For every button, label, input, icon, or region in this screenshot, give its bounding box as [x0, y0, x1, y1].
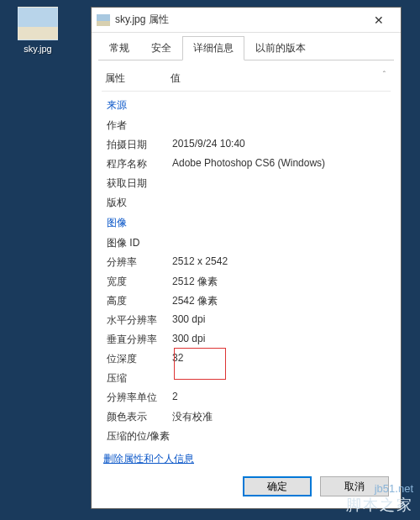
watermark-url: jb51.net: [346, 482, 413, 495]
list-item: 版权: [102, 193, 391, 213]
tab-details[interactable]: 详细信息: [182, 36, 244, 60]
properties-list: 来源 作者 拍摄日期2015/9/24 10:40 程序名称Adobe Phot…: [102, 91, 391, 445]
dialog-title: sky.jpg 属性: [115, 13, 362, 27]
section-image: 图像: [102, 213, 391, 234]
list-item: 分辨率单位2: [102, 388, 391, 407]
list-item: 作者: [102, 116, 391, 135]
tab-strip: 常规 安全 详细信息 以前的版本: [92, 33, 401, 60]
watermark-text: 脚本之家: [346, 495, 413, 515]
image-thumbnail-icon: [18, 7, 58, 40]
details-panel: 属性 值 ˆ 来源 作者 拍摄日期2015/9/24 10:40 程序名称Ado…: [92, 60, 401, 445]
desktop-file-label: sky.jpg: [8, 44, 67, 54]
close-button[interactable]: ✕: [362, 8, 396, 32]
remove-properties-link[interactable]: 删除属性和个人信息: [103, 453, 194, 465]
list-item: 宽度2512 像素: [102, 272, 391, 292]
list-item: 颜色表示没有校准: [102, 407, 391, 427]
desktop-file-icon[interactable]: sky.jpg: [8, 7, 67, 54]
tab-security[interactable]: 安全: [140, 36, 182, 60]
list-item: 分辨率2512 x 2542: [102, 253, 391, 272]
header-value: 值: [171, 71, 387, 86]
list-item: 高度2542 像素: [102, 292, 391, 311]
section-origin: 来源: [102, 95, 391, 116]
list-item: 位深度32: [102, 349, 391, 369]
list-item: 获取日期: [102, 174, 391, 193]
tab-general[interactable]: 常规: [98, 36, 140, 60]
header-property: 属性: [105, 71, 171, 86]
list-item: 垂直分辨率300 dpi: [102, 330, 391, 349]
chevron-up-icon[interactable]: ˆ: [383, 71, 386, 80]
list-item: 拍摄日期2015/9/24 10:40: [102, 135, 391, 155]
list-item: 水平分辨率300 dpi: [102, 311, 391, 330]
list-item: 程序名称Adobe Photoshop CS6 (Windows): [102, 155, 391, 174]
list-item: 压缩: [102, 369, 391, 388]
file-type-icon: [97, 14, 110, 26]
tab-previous-versions[interactable]: 以前的版本: [244, 36, 317, 60]
remove-properties-link-row: 删除属性和个人信息: [92, 445, 401, 466]
list-item: 压缩的位/像素: [102, 427, 391, 445]
list-item: 图像 ID: [102, 234, 391, 253]
titlebar: sky.jpg 属性 ✕: [92, 8, 401, 33]
watermark: jb51.net 脚本之家: [346, 482, 413, 515]
ok-button[interactable]: 确定: [243, 476, 312, 496]
properties-dialog: sky.jpg 属性 ✕ 常规 安全 详细信息 以前的版本 属性 值 ˆ 来源 …: [91, 7, 402, 509]
column-headers: 属性 值: [102, 69, 391, 91]
